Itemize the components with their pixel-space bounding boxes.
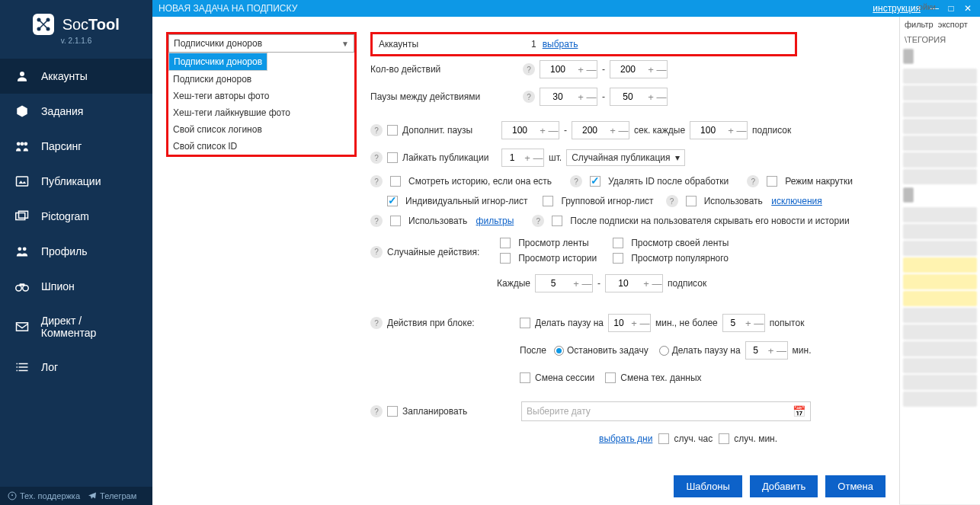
ignore-grp-checkbox[interactable] bbox=[543, 196, 553, 206]
like-checkbox[interactable] bbox=[387, 152, 398, 163]
help-icon[interactable]: ? bbox=[570, 175, 582, 187]
select-days-link[interactable]: выбрать дни bbox=[599, 433, 652, 444]
box-icon bbox=[14, 104, 30, 118]
like-mode-select[interactable]: Случайная публикация▾ bbox=[566, 149, 684, 166]
telegram-link[interactable]: Телеграм bbox=[88, 491, 136, 500]
help-icon[interactable]: ? bbox=[370, 152, 383, 164]
extra-to[interactable]: +— bbox=[572, 121, 629, 139]
extra-pause-checkbox[interactable] bbox=[387, 125, 398, 136]
help-icon[interactable]: ? bbox=[370, 124, 383, 136]
random-to[interactable]: +— bbox=[605, 274, 663, 292]
bg-minimize-icon[interactable]: — bbox=[942, 2, 950, 11]
boost-checkbox[interactable] bbox=[767, 176, 777, 187]
button-bar: Шаблоны Добавить Отмена bbox=[674, 475, 886, 497]
dropdown-option[interactable]: Подписчики доноров bbox=[168, 53, 267, 71]
date-input[interactable]: Выберите дату 📅 bbox=[521, 401, 811, 421]
like-count[interactable]: +— bbox=[501, 149, 544, 167]
random-ownfeed-label: Просмотр своей ленты bbox=[631, 238, 729, 248]
dropdown-option[interactable]: Хеш-теги авторы фото bbox=[168, 88, 354, 104]
dropdown-option[interactable]: Хеш-теги лайкнувшие фото bbox=[168, 104, 354, 121]
random-from[interactable]: +— bbox=[535, 274, 593, 292]
actions-from[interactable]: +— bbox=[540, 60, 597, 78]
nav-log[interactable]: Лог bbox=[0, 350, 152, 385]
svg-rect-9 bbox=[16, 213, 25, 220]
block-pause-checkbox[interactable] bbox=[520, 318, 530, 328]
random-feed-checkbox[interactable] bbox=[500, 238, 511, 248]
stop-radio[interactable] bbox=[554, 346, 564, 356]
help-icon[interactable]: ? bbox=[370, 246, 383, 258]
rand-hour-checkbox[interactable] bbox=[658, 433, 669, 444]
dropdown-toggle[interactable]: Подписчики доноров ▼ bbox=[168, 34, 354, 53]
bg-close-icon[interactable]: ✕ bbox=[970, 2, 977, 11]
dropdown-option[interactable]: Свой список ID bbox=[168, 138, 354, 155]
help-icon[interactable]: ? bbox=[370, 175, 383, 187]
accounts-label: Аккаунты bbox=[379, 39, 531, 50]
help-icon[interactable]: ? bbox=[666, 195, 678, 207]
dropdown-option[interactable]: Свой список логинов bbox=[168, 121, 354, 138]
sess-label: Смена сессии bbox=[535, 372, 594, 383]
titlebar: НОВАЯ ЗАДАЧА НА ПОДПИСКУ инструкция — □ … bbox=[152, 0, 980, 17]
accounts-count: 1 bbox=[531, 39, 536, 50]
help-icon[interactable]: ? bbox=[370, 215, 383, 227]
random-history-checkbox[interactable] bbox=[500, 253, 511, 264]
pause2-label: Делать паузу на bbox=[672, 345, 741, 356]
cancel-button[interactable]: Отмена bbox=[825, 475, 886, 497]
block-pause-min[interactable]: +— bbox=[608, 314, 651, 332]
block-pause2-min[interactable]: +— bbox=[745, 341, 788, 360]
nav: Аккаунты Задания Парсинг Публикации Pict… bbox=[0, 59, 152, 385]
nav-accounts[interactable]: Аккаунты bbox=[0, 59, 152, 94]
pauses-to[interactable]: +— bbox=[610, 88, 668, 106]
bg-restore-icon[interactable]: ❐ bbox=[956, 2, 964, 11]
help-icon[interactable]: ? bbox=[747, 175, 759, 187]
help-icon[interactable]: ? bbox=[532, 215, 544, 227]
delid-checkbox[interactable] bbox=[590, 176, 600, 187]
bg-settings-label: ойки bbox=[918, 2, 936, 11]
nav-publications[interactable]: Публикации bbox=[0, 164, 152, 199]
support-link[interactable]: Тех. поддержка bbox=[8, 491, 80, 500]
excl-link[interactable]: исключения bbox=[771, 196, 822, 206]
random-ownfeed-checkbox[interactable] bbox=[613, 238, 623, 248]
nav-profile[interactable]: Профиль bbox=[0, 234, 152, 269]
stop-label: Остановить задачу bbox=[567, 345, 649, 356]
sidebar-footer: Тех. поддержка Телеграм bbox=[0, 487, 152, 505]
nav-label: Профиль bbox=[41, 245, 87, 257]
filters-link[interactable]: фильтры bbox=[476, 216, 514, 226]
help-icon[interactable]: ? bbox=[370, 405, 383, 417]
filters-checkbox[interactable] bbox=[390, 216, 401, 226]
help-icon[interactable]: ? bbox=[370, 317, 383, 329]
accounts-select-link[interactable]: выбрать bbox=[543, 39, 578, 50]
gallery-icon bbox=[14, 209, 30, 223]
rand-hour-label: случ. час bbox=[674, 433, 713, 444]
extra-pause-label: Дополнит. паузы bbox=[402, 125, 501, 136]
extra-from[interactable]: +— bbox=[501, 121, 559, 139]
nav-pictogram[interactable]: Pictogram bbox=[0, 199, 152, 234]
ignore-ind-checkbox[interactable] bbox=[387, 196, 398, 206]
nav-tasks[interactable]: Задания bbox=[0, 94, 152, 129]
hide-checkbox[interactable] bbox=[552, 216, 562, 226]
help-link[interactable]: инструкция bbox=[873, 3, 921, 14]
add-button[interactable]: Добавить bbox=[750, 475, 818, 497]
svg-point-11 bbox=[18, 247, 21, 251]
tech-checkbox[interactable] bbox=[605, 372, 616, 383]
schedule-checkbox[interactable] bbox=[387, 406, 398, 417]
sess-checkbox[interactable] bbox=[520, 372, 530, 383]
image-icon bbox=[14, 174, 30, 188]
extra-every[interactable]: +— bbox=[690, 121, 748, 139]
dropdown-option[interactable]: Подписки доноров bbox=[168, 71, 354, 88]
main-panel: Подписчики доноров ▼ Подписчики доноров … bbox=[152, 17, 899, 505]
nav-direct[interactable]: Директ / Комментар bbox=[0, 304, 152, 350]
actions-to[interactable]: +— bbox=[610, 60, 668, 78]
pause-radio[interactable] bbox=[659, 346, 669, 356]
nav-spy[interactable]: Шпион bbox=[0, 269, 152, 304]
story-label: Смотреть историю, если она есть bbox=[408, 176, 552, 187]
help-icon[interactable]: ? bbox=[523, 91, 535, 103]
help-icon[interactable]: ? bbox=[523, 63, 535, 75]
story-checkbox[interactable] bbox=[390, 176, 401, 187]
rand-min-checkbox[interactable] bbox=[719, 433, 729, 444]
templates-button[interactable]: Шаблоны bbox=[674, 475, 742, 497]
block-attempts[interactable]: +— bbox=[722, 314, 765, 332]
pauses-from[interactable]: +— bbox=[540, 88, 597, 106]
nav-parsing[interactable]: Парсинг bbox=[0, 129, 152, 164]
excl-checkbox[interactable] bbox=[686, 196, 697, 206]
random-popular-checkbox[interactable] bbox=[613, 253, 623, 264]
